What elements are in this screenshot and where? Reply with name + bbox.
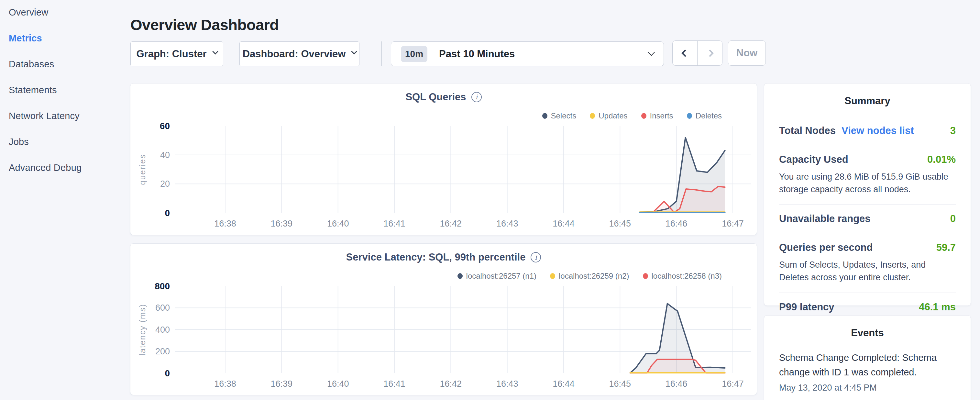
sidebar-nav: OverviewMetricsDatabasesStatementsNetwor… xyxy=(0,0,128,189)
time-forward-button[interactable] xyxy=(698,41,722,65)
events-list: Schema Change Completed: Schema change w… xyxy=(764,351,970,393)
summary-panel: Summary Total Nodes View nodes list 3 Ca… xyxy=(764,83,971,306)
summary-row: Unavailable ranges 0 xyxy=(779,204,956,233)
svg-text:400: 400 xyxy=(155,325,170,335)
svg-text:latency (ms): latency (ms) xyxy=(138,304,147,355)
event-item: Schema Change Completed: Schema change w… xyxy=(779,351,956,393)
time-range-badge: 10m xyxy=(401,46,427,62)
sql-queries-chart-panel: SQL Queries i Selects Updates Inserts De… xyxy=(130,83,757,235)
svg-text:16:41: 16:41 xyxy=(383,219,406,228)
svg-text:16:38: 16:38 xyxy=(214,219,236,228)
now-button[interactable]: Now xyxy=(728,40,766,66)
svg-text:800: 800 xyxy=(155,281,170,291)
svg-text:60: 60 xyxy=(160,121,170,131)
summary-row-value: 46.1 ms xyxy=(919,301,956,313)
svg-text:16:47: 16:47 xyxy=(722,379,744,389)
summary-row-description: Sum of Selects, Updates, Inserts, and De… xyxy=(779,258,956,284)
summary-rows: Total Nodes View nodes list 3 Capacity U… xyxy=(779,116,956,321)
svg-text:16:43: 16:43 xyxy=(496,219,518,228)
chevron-down-icon xyxy=(648,49,655,56)
chart-canvas: 16:3816:3916:4016:4116:4216:4316:4416:45… xyxy=(130,244,757,395)
svg-text:16:47: 16:47 xyxy=(722,219,744,228)
svg-text:16:45: 16:45 xyxy=(609,219,631,228)
svg-text:16:44: 16:44 xyxy=(553,219,574,228)
svg-text:queries: queries xyxy=(138,154,147,185)
svg-text:20: 20 xyxy=(160,179,170,189)
event-timestamp: May 13, 2020 at 4:45 PM xyxy=(779,383,956,393)
service-latency-chart-panel: Service Latency: SQL, 99th percentile i … xyxy=(130,243,757,395)
summary-row-label: Unavailable ranges xyxy=(779,213,871,225)
event-text: Schema Change Completed: Schema change w… xyxy=(779,351,956,379)
sidebar-item[interactable]: Advanced Debug xyxy=(9,163,128,172)
svg-text:16:41: 16:41 xyxy=(383,379,406,389)
time-back-button[interactable] xyxy=(673,41,698,65)
events-panel: Events Schema Change Completed: Schema c… xyxy=(764,315,971,400)
controls-divider xyxy=(381,41,382,66)
svg-text:16:42: 16:42 xyxy=(440,379,462,389)
summary-row-label: P99 latency xyxy=(779,301,834,313)
summary-row: Total Nodes View nodes list 3 xyxy=(779,116,956,145)
svg-text:600: 600 xyxy=(155,303,170,312)
svg-text:16:46: 16:46 xyxy=(665,379,687,389)
time-range-dropdown[interactable]: 10m Past 10 Minutes xyxy=(391,41,664,66)
page-title: Overview Dashboard xyxy=(130,16,279,33)
svg-text:16:39: 16:39 xyxy=(271,219,293,228)
summary-row: Queries per second 59.7 Sum of Selects, … xyxy=(779,233,956,292)
sidebar-item[interactable]: Overview xyxy=(9,8,128,17)
summary-row-label: Queries per second xyxy=(779,242,873,253)
svg-text:0: 0 xyxy=(165,208,170,218)
svg-text:16:38: 16:38 xyxy=(214,379,236,389)
sidebar-item[interactable]: Databases xyxy=(9,59,128,69)
sidebar-item[interactable]: Metrics xyxy=(9,33,128,43)
summary-row-value: 0 xyxy=(950,213,956,225)
svg-text:16:40: 16:40 xyxy=(327,219,349,228)
chevron-down-icon xyxy=(352,49,357,54)
dashboard-dropdown-label: Dashboard: Overview xyxy=(243,48,346,60)
view-nodes-link[interactable]: View nodes list xyxy=(842,125,914,137)
chevron-right-icon xyxy=(706,49,714,57)
svg-text:40: 40 xyxy=(160,150,170,160)
summary-row-value: 59.7 xyxy=(936,242,956,253)
svg-text:16:46: 16:46 xyxy=(665,219,687,228)
svg-text:16:39: 16:39 xyxy=(271,379,293,389)
svg-text:16:45: 16:45 xyxy=(609,379,631,389)
time-range-label: Past 10 Minutes xyxy=(439,48,515,60)
chevron-left-icon xyxy=(681,49,689,57)
time-step-buttons xyxy=(672,40,722,66)
svg-text:200: 200 xyxy=(155,347,170,356)
svg-text:16:44: 16:44 xyxy=(553,379,574,389)
chart-canvas: 16:3816:3916:4016:4116:4216:4316:4416:45… xyxy=(130,83,757,236)
svg-text:0: 0 xyxy=(165,368,170,378)
sidebar-item[interactable]: Network Latency xyxy=(9,112,128,120)
svg-text:16:43: 16:43 xyxy=(496,379,518,389)
sidebar-item[interactable]: Statements xyxy=(9,85,128,94)
summary-row-description: You are using 28.6 MiB of 515.9 GiB usab… xyxy=(779,171,956,196)
svg-text:16:42: 16:42 xyxy=(440,219,462,228)
summary-row-value: 3 xyxy=(950,125,956,137)
events-heading: Events xyxy=(764,327,970,339)
summary-row-label: Capacity Used xyxy=(779,154,848,166)
summary-row: Capacity Used 0.01% You are using 28.6 M… xyxy=(779,145,956,204)
svg-text:16:40: 16:40 xyxy=(327,379,349,389)
dashboard-dropdown[interactable]: Dashboard: Overview xyxy=(239,41,360,66)
graph-dropdown[interactable]: Graph: Cluster xyxy=(130,41,223,66)
chevron-down-icon xyxy=(212,49,218,54)
sidebar-item[interactable]: Jobs xyxy=(9,137,128,146)
summary-heading: Summary xyxy=(764,95,970,107)
graph-dropdown-label: Graph: Cluster xyxy=(136,48,207,60)
summary-row-label: Total Nodes xyxy=(779,125,836,137)
summary-row-value: 0.01% xyxy=(927,154,956,166)
